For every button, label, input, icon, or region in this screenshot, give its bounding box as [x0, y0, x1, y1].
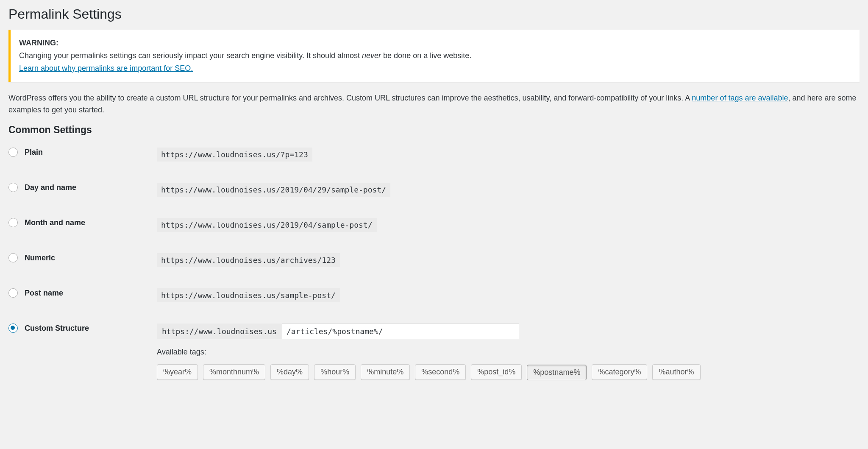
tag-button[interactable]: %postname%: [527, 365, 587, 380]
custom-base-url: https://www.loudnoises.us: [157, 324, 282, 339]
tag-button[interactable]: %second%: [415, 364, 466, 380]
sample-url-day-name: https://www.loudnoises.us/2019/04/29/sam…: [157, 183, 390, 197]
radio-custom[interactable]: [8, 324, 18, 333]
custom-structure-input[interactable]: [282, 324, 519, 339]
tag-button[interactable]: %post_id%: [471, 364, 522, 380]
option-row-post-name: Post name https://www.loudnoises.us/samp…: [8, 288, 860, 302]
tag-button[interactable]: %year%: [157, 364, 198, 380]
option-row-plain: Plain https://www.loudnoises.us/?p=123: [8, 148, 860, 162]
sample-url-month-name: https://www.loudnoises.us/2019/04/sample…: [157, 218, 377, 232]
intro-text: WordPress offers you the ability to crea…: [8, 92, 860, 116]
tag-buttons-row: %year%%monthnum%%day%%hour%%minute%%seco…: [157, 364, 701, 380]
label-numeric[interactable]: Numeric: [25, 254, 55, 262]
tag-button[interactable]: %author%: [652, 364, 700, 380]
sample-url-plain: https://www.loudnoises.us/?p=123: [157, 148, 312, 162]
option-row-day-name: Day and name https://www.loudnoises.us/2…: [8, 183, 860, 197]
option-row-month-name: Month and name https://www.loudnoises.us…: [8, 218, 860, 232]
warning-notice: WARNING: Changing your permalinks settin…: [8, 30, 860, 82]
tag-button[interactable]: %day%: [270, 364, 309, 380]
warning-label: WARNING:: [19, 39, 58, 47]
option-row-numeric: Numeric https://www.loudnoises.us/archiv…: [8, 253, 860, 267]
sample-url-numeric: https://www.loudnoises.us/archives/123: [157, 253, 340, 267]
tags-available-link[interactable]: number of tags are available: [692, 94, 788, 102]
tag-button[interactable]: %minute%: [361, 364, 410, 380]
label-custom[interactable]: Custom Structure: [25, 324, 89, 333]
available-tags-label: Available tags:: [157, 348, 701, 357]
sample-url-post-name: https://www.loudnoises.us/sample-post/: [157, 288, 340, 302]
radio-day-name[interactable]: [8, 183, 18, 192]
radio-numeric[interactable]: [8, 253, 18, 262]
label-post-name[interactable]: Post name: [25, 289, 63, 298]
common-settings-heading: Common Settings: [8, 124, 860, 136]
label-month-name[interactable]: Month and name: [25, 218, 85, 227]
option-row-custom: Custom Structure https://www.loudnoises.…: [8, 324, 860, 380]
radio-plain[interactable]: [8, 148, 18, 157]
label-day-name[interactable]: Day and name: [25, 183, 76, 192]
warning-text: Changing your permalinks settings can se…: [19, 50, 851, 62]
tag-button[interactable]: %monthnum%: [203, 364, 265, 380]
radio-post-name[interactable]: [8, 288, 18, 298]
warning-seo-link[interactable]: Learn about why permalinks are important…: [19, 64, 193, 73]
tag-button[interactable]: %category%: [592, 364, 647, 380]
label-plain[interactable]: Plain: [25, 148, 43, 157]
tag-button[interactable]: %hour%: [314, 364, 356, 380]
page-title: Permalink Settings: [8, 6, 860, 22]
radio-month-name[interactable]: [8, 218, 18, 227]
